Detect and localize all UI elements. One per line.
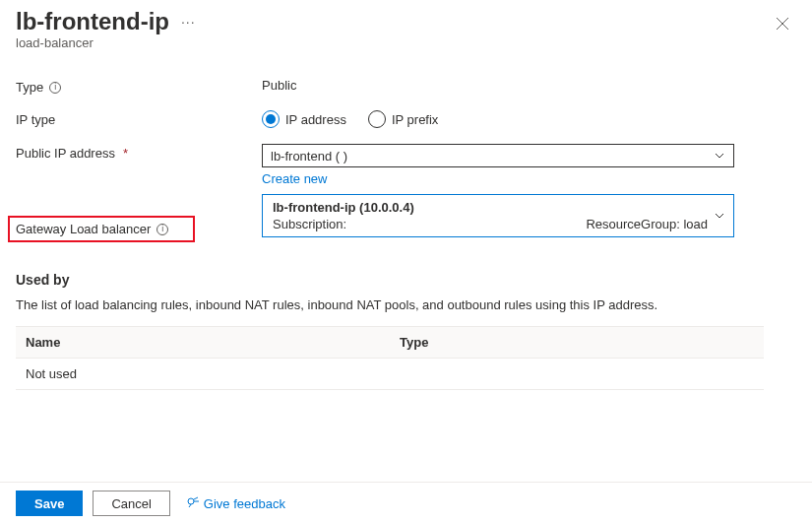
give-feedback-link[interactable]: Give feedback <box>186 496 285 511</box>
cancel-button[interactable]: Cancel <box>93 491 169 516</box>
gateway-subscription-label: Subscription: <box>273 217 346 231</box>
radio-unselected-icon <box>368 110 386 128</box>
ip-address-radio[interactable]: IP address <box>262 110 346 128</box>
gateway-resourcegroup-label: ResourceGroup: load <box>586 217 708 231</box>
used-by-table: Name Type Not used <box>16 326 764 390</box>
ip-address-radio-label: IP address <box>285 112 346 127</box>
column-type[interactable]: Type <box>390 327 764 359</box>
column-name[interactable]: Name <box>16 327 390 359</box>
ip-prefix-radio-label: IP prefix <box>392 112 438 127</box>
public-ip-select[interactable]: lb-frontend ( ) <box>262 144 734 167</box>
info-icon[interactable]: i <box>156 224 168 235</box>
svg-point-0 <box>188 498 194 504</box>
create-new-link[interactable]: Create new <box>262 171 327 186</box>
table-row: Not used <box>16 359 764 390</box>
chevron-down-icon <box>714 150 725 162</box>
radio-selected-icon <box>262 110 280 128</box>
used-by-title: Used by <box>16 272 796 288</box>
gateway-label: Gateway Load balancer <box>16 222 151 236</box>
close-icon <box>776 17 789 31</box>
chevron-down-icon <box>714 210 725 222</box>
info-icon[interactable]: i <box>49 82 61 94</box>
close-button[interactable] <box>773 14 792 33</box>
gateway-label-highlight: Gateway Load balancer i <box>8 216 195 242</box>
feedback-icon <box>186 496 200 510</box>
required-indicator: * <box>123 146 128 161</box>
not-used-cell: Not used <box>16 359 390 390</box>
page-subtitle: load-balancer <box>16 35 796 50</box>
type-label: Type <box>16 80 43 95</box>
gateway-select[interactable]: lb-frontend-ip (10.0.0.4) Subscription: … <box>262 194 734 237</box>
more-actions-button[interactable]: ··· <box>181 14 196 30</box>
public-ip-select-value: lb-frontend ( ) <box>271 149 347 164</box>
used-by-description: The list of load balancing rules, inboun… <box>16 297 796 312</box>
table-header-row: Name Type <box>16 327 764 359</box>
page-title: lb-frontend-ip <box>16 8 169 35</box>
gateway-select-title: lb-frontend-ip (10.0.0.4) <box>273 200 708 215</box>
type-value: Public <box>262 78 296 93</box>
ip-type-label: IP type <box>16 112 55 127</box>
save-button[interactable]: Save <box>16 491 83 516</box>
give-feedback-label: Give feedback <box>204 496 285 511</box>
ip-prefix-radio[interactable]: IP prefix <box>368 110 438 128</box>
public-ip-label: Public IP address <box>16 146 115 161</box>
